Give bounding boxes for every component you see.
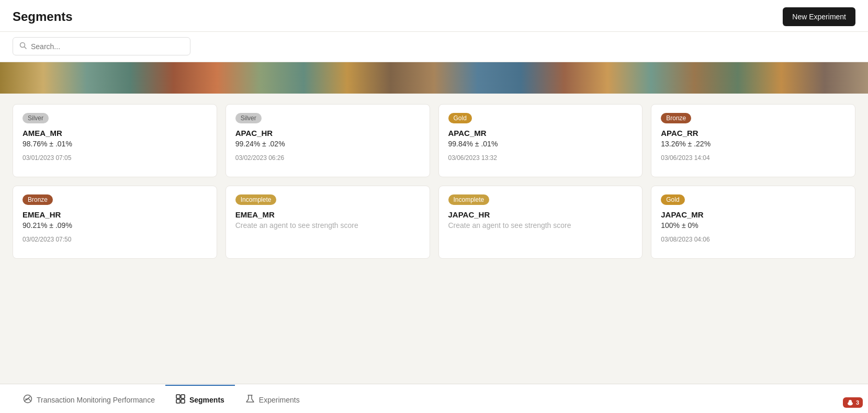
card-date: 03/06/2023 13:32: [448, 154, 633, 162]
nav-experiments-label: Experiments: [259, 396, 300, 404]
card-date: 03/02/2023 07:50: [22, 236, 207, 243]
card-emea_mr[interactable]: Incomplete EMEA_MR Create an agent to se…: [226, 186, 430, 259]
search-input[interactable]: [31, 42, 184, 51]
nav-transaction-label: Transaction Monitoring Performance: [37, 396, 155, 404]
card-score: 98.76% ± .01%: [22, 140, 207, 148]
card-score: 99.24% ± .02%: [235, 140, 420, 148]
card-japac_mr[interactable]: Gold JAPAC_MR 100% ± 0% 03/08/2023 04:06: [651, 186, 855, 259]
card-apac_hr[interactable]: Silver APAC_HR 99.24% ± .02% 03/02/2023 …: [226, 104, 430, 177]
card-score: Create an agent to see strength score: [448, 221, 633, 230]
page-title: Segments: [13, 9, 73, 24]
badge-gold: Gold: [448, 113, 472, 123]
card-emea_hr[interactable]: Bronze EMEA_HR 90.21% ± .09% 03/02/2023 …: [13, 186, 217, 259]
card-date: 03/01/2023 07:05: [22, 154, 207, 162]
card-name: APAC_HR: [235, 129, 420, 137]
top-bar: Segments New Experiment: [0, 0, 868, 32]
badge-silver: Silver: [22, 113, 49, 123]
cards-grid: Silver AMEA_MR 98.76% ± .01% 03/01/2023 …: [13, 104, 855, 259]
card-score: 90.21% ± .09%: [22, 221, 207, 230]
card-score: Create an agent to see strength score: [235, 221, 420, 230]
search-wrapper: [13, 37, 190, 55]
card-score: 13.26% ± .22%: [661, 140, 846, 148]
card-date: 03/02/2023 06:26: [235, 154, 420, 162]
svg-rect-6: [181, 399, 185, 403]
nav-experiments[interactable]: Experiments: [235, 385, 310, 413]
badge-incomplete: Incomplete: [448, 194, 490, 205]
card-date: 03/08/2023 04:06: [661, 236, 846, 243]
card-name: EMEA_MR: [235, 210, 420, 219]
card-name: JAPAC_HR: [448, 210, 633, 219]
svg-rect-4: [181, 395, 185, 398]
svg-rect-3: [176, 395, 180, 398]
card-apac_rr[interactable]: Bronze APAC_RR 13.26% ± .22% 03/06/2023 …: [651, 104, 855, 177]
bottom-nav: Transaction Monitoring Performance Segme…: [0, 384, 868, 413]
card-date: 03/06/2023 14:04: [661, 154, 846, 162]
nav-segments-label: Segments: [189, 396, 224, 404]
experiments-icon: [245, 394, 255, 406]
segments-icon: [176, 394, 185, 406]
search-bar: [0, 32, 868, 62]
card-amea_mr[interactable]: Silver AMEA_MR 98.76% ± .01% 03/01/2023 …: [13, 104, 217, 177]
nav-segments[interactable]: Segments: [165, 385, 235, 413]
card-name: APAC_MR: [448, 129, 633, 137]
new-experiment-button[interactable]: New Experiment: [783, 7, 855, 26]
badge-bronze: Bronze: [661, 113, 691, 123]
card-name: APAC_RR: [661, 129, 846, 137]
svg-point-9: [849, 400, 852, 403]
badge-bronze: Bronze: [22, 194, 53, 205]
nav-transaction-monitoring[interactable]: Transaction Monitoring Performance: [13, 385, 165, 413]
badge-silver: Silver: [235, 113, 262, 123]
decorative-banner: [0, 62, 868, 94]
card-japac_hr[interactable]: Incomplete JAPAC_HR Create an agent to s…: [438, 186, 643, 259]
performance-icon: [23, 394, 32, 406]
card-score: 100% ± 0%: [661, 221, 846, 230]
card-apac_mr[interactable]: Gold APAC_MR 99.84% ± .01% 03/06/2023 13…: [438, 104, 643, 177]
search-icon: [19, 42, 27, 51]
card-score: 99.84% ± .01%: [448, 140, 633, 148]
card-name: EMEA_HR: [22, 210, 207, 219]
svg-rect-5: [176, 399, 180, 403]
content-area: Silver AMEA_MR 98.76% ± .01% 03/01/2023 …: [0, 94, 868, 384]
notification-count: 3: [856, 399, 859, 406]
card-name: JAPAC_MR: [661, 210, 846, 219]
notification-badge: 3: [843, 397, 863, 408]
svg-line-1: [25, 47, 27, 49]
badge-incomplete: Incomplete: [235, 194, 277, 205]
badge-gold: Gold: [661, 194, 684, 205]
card-name: AMEA_MR: [22, 129, 207, 137]
